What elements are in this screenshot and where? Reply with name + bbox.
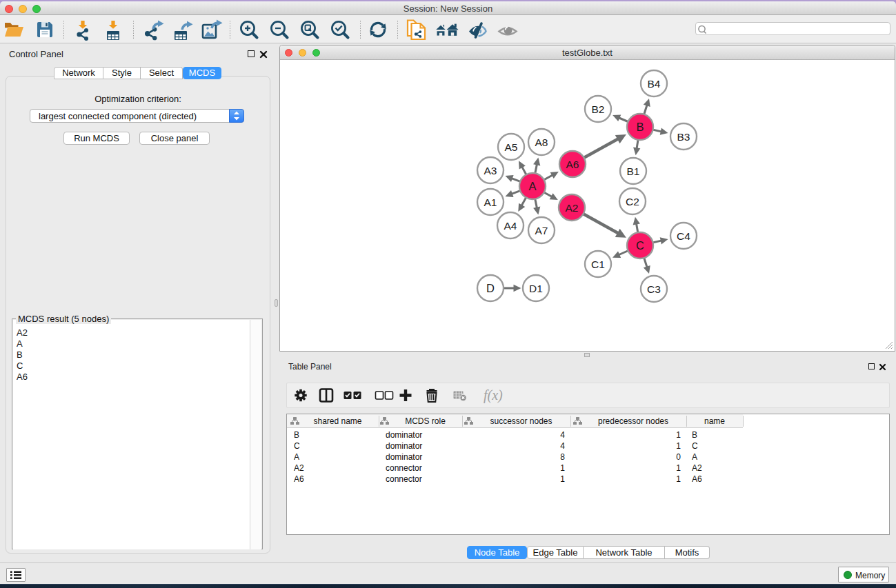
- svg-text:A6: A6: [566, 159, 579, 170]
- svg-text:B3: B3: [677, 131, 690, 143]
- svg-text:B1: B1: [627, 165, 640, 177]
- svg-text:A7: A7: [535, 225, 548, 236]
- svg-text:A2: A2: [566, 202, 579, 214]
- svg-text:C: C: [636, 239, 644, 252]
- svg-text:A8: A8: [535, 136, 548, 148]
- svg-text:C1: C1: [591, 258, 605, 270]
- svg-text:C4: C4: [677, 230, 690, 242]
- svg-text:D: D: [486, 282, 495, 294]
- svg-text:C3: C3: [647, 283, 661, 295]
- svg-text:C2: C2: [626, 196, 639, 207]
- svg-text:A: A: [528, 180, 536, 192]
- svg-text:B2: B2: [592, 103, 605, 115]
- svg-text:A5: A5: [505, 141, 518, 153]
- svg-text:A1: A1: [484, 196, 497, 208]
- svg-text:A3: A3: [484, 165, 497, 176]
- svg-text:A4: A4: [504, 220, 517, 232]
- svg-text:f(x): f(x): [484, 387, 503, 403]
- svg-text:B: B: [636, 121, 644, 133]
- svg-text:B4: B4: [648, 78, 661, 90]
- svg-text:D1: D1: [529, 283, 543, 294]
